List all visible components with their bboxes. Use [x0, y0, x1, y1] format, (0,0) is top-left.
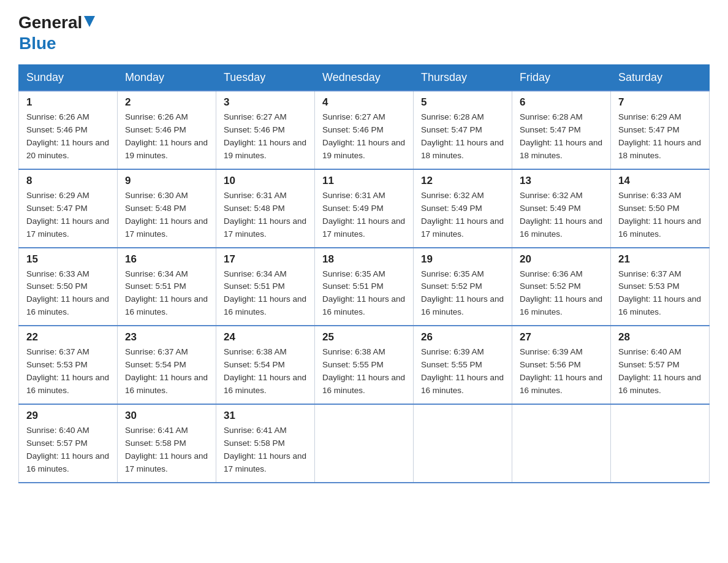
- day-cell: 10 Sunrise: 6:31 AMSunset: 5:48 PMDaylig…: [216, 169, 315, 248]
- day-cell: 26 Sunrise: 6:39 AMSunset: 5:55 PMDaylig…: [414, 326, 512, 404]
- day-info: Sunrise: 6:29 AMSunset: 5:47 PMDaylight:…: [618, 112, 701, 160]
- day-info: Sunrise: 6:39 AMSunset: 5:56 PMDaylight:…: [520, 347, 602, 395]
- day-number: 24: [224, 331, 308, 343]
- day-cell: 14 Sunrise: 6:33 AMSunset: 5:50 PMDaylig…: [611, 169, 710, 248]
- day-number: 25: [322, 331, 407, 343]
- week-row-3: 15 Sunrise: 6:33 AMSunset: 5:50 PMDaylig…: [19, 248, 710, 326]
- day-info: Sunrise: 6:37 AMSunset: 5:54 PMDaylight:…: [125, 347, 208, 395]
- day-number: 10: [224, 175, 308, 187]
- day-info: Sunrise: 6:40 AMSunset: 5:57 PMDaylight:…: [26, 426, 109, 473]
- day-cell: 23 Sunrise: 6:37 AMSunset: 5:54 PMDaylig…: [118, 326, 216, 404]
- day-cell: [512, 404, 611, 483]
- day-cell: 13 Sunrise: 6:32 AMSunset: 5:49 PMDaylig…: [512, 169, 611, 248]
- day-info: Sunrise: 6:33 AMSunset: 5:50 PMDaylight:…: [618, 191, 701, 239]
- day-cell: [315, 404, 414, 483]
- day-cell: 2 Sunrise: 6:26 AMSunset: 5:46 PMDayligh…: [118, 91, 216, 169]
- day-cell: 9 Sunrise: 6:30 AMSunset: 5:48 PMDayligh…: [118, 169, 216, 248]
- week-row-5: 29 Sunrise: 6:40 AMSunset: 5:57 PMDaylig…: [19, 404, 710, 483]
- day-info: Sunrise: 6:41 AMSunset: 5:58 PMDaylight:…: [125, 426, 208, 473]
- day-number: 5: [421, 96, 506, 109]
- day-cell: 4 Sunrise: 6:27 AMSunset: 5:46 PMDayligh…: [315, 91, 414, 169]
- day-number: 28: [618, 331, 703, 343]
- day-info: Sunrise: 6:27 AMSunset: 5:46 PMDaylight:…: [322, 112, 405, 160]
- calendar-body: 1 Sunrise: 6:26 AMSunset: 5:46 PMDayligh…: [19, 91, 710, 482]
- day-number: 9: [125, 175, 210, 187]
- day-info: Sunrise: 6:30 AMSunset: 5:48 PMDaylight:…: [125, 191, 208, 239]
- day-info: Sunrise: 6:37 AMSunset: 5:53 PMDaylight:…: [26, 347, 109, 395]
- weekday-header-sunday: Sunday: [19, 65, 118, 91]
- week-row-2: 8 Sunrise: 6:29 AMSunset: 5:47 PMDayligh…: [19, 169, 710, 248]
- day-number: 11: [322, 175, 407, 187]
- day-cell: 15 Sunrise: 6:33 AMSunset: 5:50 PMDaylig…: [19, 248, 118, 326]
- day-cell: 5 Sunrise: 6:28 AMSunset: 5:47 PMDayligh…: [414, 91, 512, 169]
- day-cell: 20 Sunrise: 6:36 AMSunset: 5:52 PMDaylig…: [512, 248, 611, 326]
- logo: General Blue: [18, 12, 95, 53]
- day-cell: [611, 404, 710, 483]
- day-cell: 6 Sunrise: 6:28 AMSunset: 5:47 PMDayligh…: [512, 91, 611, 169]
- day-cell: [414, 404, 512, 483]
- day-number: 7: [618, 96, 703, 109]
- weekday-header-friday: Friday: [512, 65, 611, 91]
- day-number: 15: [26, 253, 111, 266]
- day-info: Sunrise: 6:39 AMSunset: 5:55 PMDaylight:…: [421, 347, 504, 395]
- week-row-4: 22 Sunrise: 6:37 AMSunset: 5:53 PMDaylig…: [19, 326, 710, 404]
- day-cell: 16 Sunrise: 6:34 AMSunset: 5:51 PMDaylig…: [118, 248, 216, 326]
- weekday-header-tuesday: Tuesday: [216, 65, 315, 91]
- day-cell: 30 Sunrise: 6:41 AMSunset: 5:58 PMDaylig…: [118, 404, 216, 483]
- day-number: 2: [125, 96, 210, 109]
- day-cell: 27 Sunrise: 6:39 AMSunset: 5:56 PMDaylig…: [512, 326, 611, 404]
- day-number: 26: [421, 331, 506, 343]
- day-number: 12: [421, 175, 506, 187]
- day-info: Sunrise: 6:35 AMSunset: 5:52 PMDaylight:…: [421, 269, 504, 317]
- day-cell: 22 Sunrise: 6:37 AMSunset: 5:53 PMDaylig…: [19, 326, 118, 404]
- logo-triangle-icon: [84, 16, 95, 27]
- day-number: 16: [125, 253, 210, 266]
- day-info: Sunrise: 6:28 AMSunset: 5:47 PMDaylight:…: [421, 112, 504, 160]
- svg-marker-0: [84, 16, 95, 27]
- day-info: Sunrise: 6:37 AMSunset: 5:53 PMDaylight:…: [618, 269, 701, 317]
- weekday-header-saturday: Saturday: [611, 65, 710, 91]
- day-number: 14: [618, 175, 703, 187]
- day-info: Sunrise: 6:29 AMSunset: 5:47 PMDaylight:…: [26, 191, 109, 239]
- day-info: Sunrise: 6:31 AMSunset: 5:48 PMDaylight:…: [224, 191, 306, 239]
- day-cell: 11 Sunrise: 6:31 AMSunset: 5:49 PMDaylig…: [315, 169, 414, 248]
- day-cell: 7 Sunrise: 6:29 AMSunset: 5:47 PMDayligh…: [611, 91, 710, 169]
- day-number: 13: [520, 175, 604, 187]
- day-info: Sunrise: 6:38 AMSunset: 5:54 PMDaylight:…: [224, 347, 306, 395]
- day-number: 1: [26, 96, 111, 109]
- day-info: Sunrise: 6:40 AMSunset: 5:57 PMDaylight:…: [618, 347, 701, 395]
- calendar-table: SundayMondayTuesdayWednesdayThursdayFrid…: [18, 64, 710, 483]
- day-cell: 28 Sunrise: 6:40 AMSunset: 5:57 PMDaylig…: [611, 326, 710, 404]
- day-number: 8: [26, 175, 111, 187]
- day-number: 30: [125, 410, 210, 422]
- day-number: 21: [618, 253, 703, 266]
- day-number: 20: [520, 253, 604, 266]
- day-info: Sunrise: 6:41 AMSunset: 5:58 PMDaylight:…: [224, 426, 306, 473]
- day-cell: 19 Sunrise: 6:35 AMSunset: 5:52 PMDaylig…: [414, 248, 512, 326]
- day-cell: 8 Sunrise: 6:29 AMSunset: 5:47 PMDayligh…: [19, 169, 118, 248]
- day-info: Sunrise: 6:32 AMSunset: 5:49 PMDaylight:…: [421, 191, 504, 239]
- day-number: 29: [26, 410, 111, 422]
- day-number: 3: [224, 96, 308, 109]
- day-number: 4: [322, 96, 407, 109]
- day-cell: 12 Sunrise: 6:32 AMSunset: 5:49 PMDaylig…: [414, 169, 512, 248]
- day-info: Sunrise: 6:32 AMSunset: 5:49 PMDaylight:…: [520, 191, 602, 239]
- day-info: Sunrise: 6:36 AMSunset: 5:52 PMDaylight:…: [520, 269, 602, 317]
- day-cell: 18 Sunrise: 6:35 AMSunset: 5:51 PMDaylig…: [315, 248, 414, 326]
- day-number: 17: [224, 253, 308, 266]
- day-info: Sunrise: 6:38 AMSunset: 5:55 PMDaylight:…: [322, 347, 405, 395]
- day-info: Sunrise: 6:34 AMSunset: 5:51 PMDaylight:…: [125, 269, 208, 317]
- week-row-1: 1 Sunrise: 6:26 AMSunset: 5:46 PMDayligh…: [19, 91, 710, 169]
- day-info: Sunrise: 6:27 AMSunset: 5:46 PMDaylight:…: [224, 112, 306, 160]
- day-number: 6: [520, 96, 604, 109]
- day-number: 23: [125, 331, 210, 343]
- day-cell: 31 Sunrise: 6:41 AMSunset: 5:58 PMDaylig…: [216, 404, 315, 483]
- weekday-header-monday: Monday: [118, 65, 216, 91]
- day-info: Sunrise: 6:28 AMSunset: 5:47 PMDaylight:…: [520, 112, 602, 160]
- day-number: 19: [421, 253, 506, 266]
- day-cell: 29 Sunrise: 6:40 AMSunset: 5:57 PMDaylig…: [19, 404, 118, 483]
- page-header: General Blue: [18, 12, 710, 53]
- day-info: Sunrise: 6:34 AMSunset: 5:51 PMDaylight:…: [224, 269, 306, 317]
- day-cell: 25 Sunrise: 6:38 AMSunset: 5:55 PMDaylig…: [315, 326, 414, 404]
- day-number: 22: [26, 331, 111, 343]
